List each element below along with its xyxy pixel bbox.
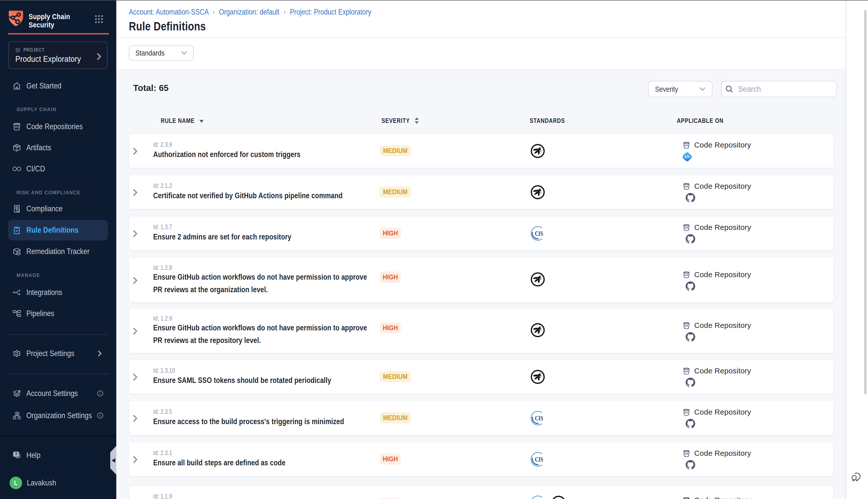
svg-text:?: ? bbox=[15, 452, 17, 457]
